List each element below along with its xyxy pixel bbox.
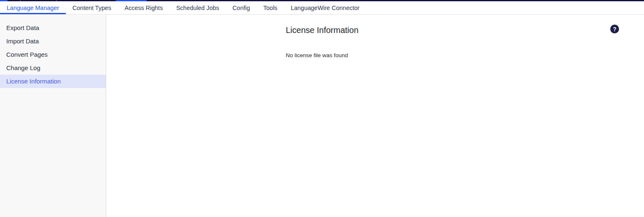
sidebar-item-change-log[interactable]: Change Log: [0, 61, 106, 75]
sidebar-item-import-data[interactable]: Import Data: [0, 35, 106, 48]
main-content: License Information ? No license file wa…: [106, 15, 644, 217]
tab-label: Tools: [263, 5, 277, 11]
page-body: Export Data Import Data Convert Pages Ch…: [0, 15, 644, 217]
tab-label: Content Types: [72, 5, 111, 11]
sidebar: Export Data Import Data Convert Pages Ch…: [0, 15, 106, 217]
tab-access-rights[interactable]: Access Rights: [118, 1, 170, 14]
tab-label: LanguageWire Connector: [291, 5, 359, 11]
page-title: License Information: [286, 25, 359, 35]
sidebar-item-export-data[interactable]: Export Data: [0, 21, 106, 35]
status-message: No license file was found: [286, 52, 348, 58]
tab-label: Scheduled Jobs: [176, 5, 219, 11]
tab-label: Language Manager: [7, 5, 59, 11]
main-nav-tabs: Language Manager Content Types Access Ri…: [0, 1, 644, 15]
tab-languagewire-connector[interactable]: LanguageWire Connector: [284, 1, 366, 14]
app-window: Language Manager Content Types Access Ri…: [0, 0, 644, 217]
help-icon[interactable]: ?: [610, 25, 619, 33]
tab-config[interactable]: Config: [226, 1, 257, 14]
tab-label: Config: [232, 5, 250, 11]
tab-scheduled-jobs[interactable]: Scheduled Jobs: [170, 1, 226, 14]
tab-content-types[interactable]: Content Types: [66, 1, 118, 14]
tab-language-manager[interactable]: Language Manager: [0, 1, 66, 14]
sidebar-item-convert-pages[interactable]: Convert Pages: [0, 48, 106, 61]
tab-label: Access Rights: [125, 5, 163, 11]
sidebar-item-license-information[interactable]: License Information: [0, 75, 106, 88]
tab-tools[interactable]: Tools: [257, 1, 284, 14]
